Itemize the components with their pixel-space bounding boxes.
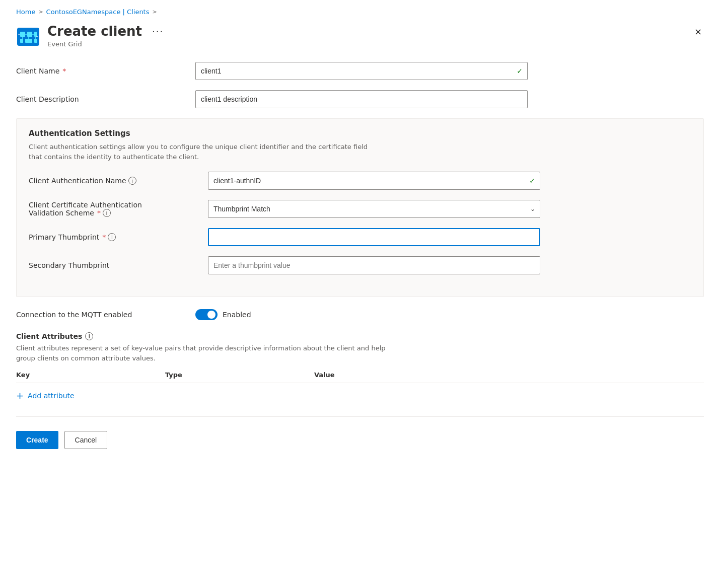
action-buttons: Create Cancel <box>16 427 704 449</box>
mqtt-toggle-group: Enabled <box>195 309 251 320</box>
page-header: Create client ··· Event Grid ✕ <box>16 24 704 48</box>
primary-thumbprint-info-icon[interactable]: i <box>108 233 116 241</box>
svg-rect-6 <box>34 39 37 43</box>
auth-settings-desc: Client authentication settings allow you… <box>29 142 381 162</box>
primary-thumbprint-label: Primary Thumbprint * i <box>29 233 200 241</box>
secondary-thumbprint-row: Secondary Thumbprint <box>29 256 691 274</box>
header-left: Create client ··· Event Grid <box>16 24 164 48</box>
cert-auth-info-icon[interactable]: i <box>103 209 111 217</box>
close-button[interactable]: ✕ <box>692 26 704 39</box>
auth-name-label: Client Authentication Name i <box>29 177 200 185</box>
client-attributes-section: Client Attributes i Client attributes re… <box>16 332 704 404</box>
secondary-thumbprint-input[interactable] <box>208 256 540 274</box>
primary-thumbprint-required: * <box>102 233 106 241</box>
svg-rect-5 <box>25 39 32 43</box>
mqtt-row: Connection to the MQTT enabled Enabled <box>16 309 704 320</box>
col-header-key: Key <box>16 371 157 379</box>
create-button[interactable]: Create <box>16 431 58 449</box>
svg-rect-4 <box>20 39 23 43</box>
more-options-button[interactable]: ··· <box>152 26 164 37</box>
client-attrs-desc: Client attributes represent a set of key… <box>16 343 399 363</box>
auth-name-info-icon[interactable]: i <box>128 177 136 185</box>
auth-name-input-wrapper: ✓ <box>208 172 540 190</box>
client-attrs-info-icon[interactable]: i <box>85 332 93 340</box>
cancel-button[interactable]: Cancel <box>64 431 108 449</box>
header-title-group: Create client ··· Event Grid <box>47 24 164 48</box>
client-description-label: Client Description <box>16 95 187 103</box>
cert-auth-row: Client Certificate Authentication Valida… <box>29 200 691 218</box>
client-attrs-title: Client Attributes i <box>16 332 704 340</box>
mqtt-enabled-label: Enabled <box>223 311 251 319</box>
primary-thumbprint-row: Primary Thumbprint * i <box>29 228 691 246</box>
breadcrumb-sep-2: > <box>153 9 157 15</box>
svg-rect-1 <box>20 32 25 37</box>
mqtt-label: Connection to the MQTT enabled <box>16 311 187 319</box>
page-subtitle: Event Grid <box>47 40 164 48</box>
svg-rect-13 <box>36 36 38 37</box>
close-icon: ✕ <box>694 27 702 37</box>
mqtt-toggle[interactable] <box>195 309 218 320</box>
auth-name-row: Client Authentication Name i ✓ <box>29 172 691 190</box>
add-icon: + <box>16 391 24 400</box>
add-attribute-button[interactable]: + Add attribute <box>16 387 704 404</box>
breadcrumb-sep-1: > <box>38 9 43 15</box>
breadcrumb-namespace[interactable]: ContosoEGNamespace | Clients <box>46 8 150 16</box>
page-title: Create client <box>47 24 142 39</box>
svg-rect-2 <box>27 32 32 37</box>
secondary-thumbprint-label: Secondary Thumbprint <box>29 261 200 269</box>
client-name-input[interactable] <box>195 62 528 80</box>
breadcrumb-home[interactable]: Home <box>16 8 35 16</box>
client-description-row: Client Description <box>16 90 704 108</box>
breadcrumb: Home > ContosoEGNamespace | Clients > <box>16 8 704 16</box>
client-name-label: Client Name * <box>16 67 187 75</box>
auth-name-input[interactable] <box>208 172 540 190</box>
client-name-required: * <box>62 67 66 75</box>
client-description-input[interactable] <box>195 90 528 108</box>
primary-thumbprint-input-wrapper <box>208 228 540 246</box>
event-grid-icon <box>16 24 40 48</box>
auth-settings-title: Authentication Settings <box>29 129 691 138</box>
primary-thumbprint-input[interactable] <box>208 228 540 246</box>
bottom-divider <box>16 416 704 417</box>
col-header-value: Value <box>314 371 704 379</box>
cert-auth-select-wrapper: Thumbprint Match DNS Email IP Subject ⌄ <box>208 200 540 218</box>
cert-auth-required: * <box>97 209 101 217</box>
auth-settings-box: Authentication Settings Client authentic… <box>16 118 704 297</box>
mqtt-slider <box>195 309 218 320</box>
col-header-type: Type <box>165 371 306 379</box>
client-name-row: Client Name * ✓ <box>16 62 704 80</box>
add-attribute-label: Add attribute <box>28 392 75 400</box>
cert-auth-select[interactable]: Thumbprint Match DNS Email IP Subject <box>208 200 540 218</box>
client-name-input-wrapper: ✓ <box>195 62 528 80</box>
attrs-table-header: Key Type Value <box>16 371 704 383</box>
cert-auth-label: Client Certificate Authentication Valida… <box>29 201 200 217</box>
svg-rect-12 <box>18 34 20 35</box>
